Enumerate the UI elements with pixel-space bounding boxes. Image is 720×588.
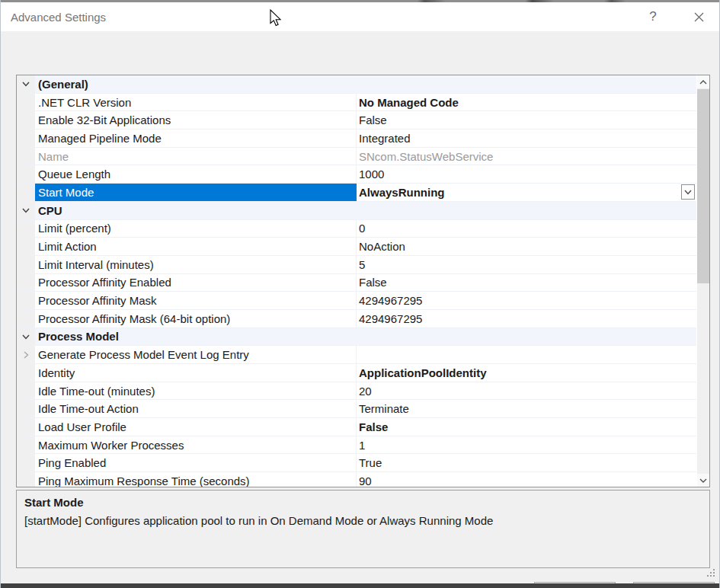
close-button[interactable] bbox=[681, 2, 716, 31]
row-gutter bbox=[17, 328, 35, 346]
row-gutter bbox=[17, 129, 35, 147]
property-value[interactable]: NoAction bbox=[357, 238, 696, 255]
property-label: Limit (percent) bbox=[35, 220, 357, 238]
chevron-right-icon bbox=[21, 350, 30, 360]
property-label: Identity bbox=[35, 364, 357, 382]
property-row[interactable]: Start ModeAlwaysRunning bbox=[17, 184, 696, 202]
property-label: Limit Action bbox=[35, 238, 357, 255]
property-row[interactable]: Ping Maximum Response Time (seconds)90 bbox=[17, 472, 696, 487]
scrollbar-thumb[interactable] bbox=[697, 89, 709, 283]
row-gutter bbox=[17, 418, 35, 436]
property-value[interactable] bbox=[357, 346, 696, 363]
property-value[interactable]: Integrated bbox=[357, 129, 696, 147]
chevron-down-icon bbox=[21, 206, 30, 215]
property-label: Maximum Worker Processes bbox=[35, 436, 357, 454]
row-gutter bbox=[17, 382, 35, 400]
property-value[interactable]: False bbox=[357, 111, 696, 129]
row-gutter bbox=[17, 220, 35, 238]
property-value[interactable]: SNcom.StatusWebService bbox=[357, 148, 696, 165]
description-panel: Start Mode [startMode] Configures applic… bbox=[16, 490, 710, 568]
help-icon: ? bbox=[649, 9, 656, 24]
row-gutter bbox=[17, 346, 35, 363]
property-label: Processor Affinity Enabled bbox=[35, 274, 357, 292]
property-row[interactable]: Limit (percent)0 bbox=[17, 220, 696, 238]
property-label: Queue Length bbox=[35, 165, 357, 183]
property-row[interactable]: Ping EnabledTrue bbox=[17, 454, 696, 472]
property-label: Idle Time-out (minutes) bbox=[35, 382, 357, 400]
property-row[interactable]: NameSNcom.StatusWebService bbox=[17, 148, 696, 166]
property-value[interactable]: True bbox=[357, 454, 696, 471]
property-row[interactable]: IdentityApplicationPoolIdentity bbox=[17, 364, 696, 382]
help-button[interactable]: ? bbox=[635, 2, 670, 31]
row-gutter bbox=[17, 184, 35, 201]
property-value[interactable]: 90 bbox=[357, 472, 696, 487]
row-gutter bbox=[17, 364, 35, 382]
section-row[interactable]: (General) bbox=[17, 75, 696, 94]
row-gutter bbox=[17, 436, 35, 454]
background-window-edge-bottom bbox=[1, 583, 719, 588]
property-value[interactable]: 0 bbox=[357, 220, 696, 238]
row-gutter bbox=[17, 454, 35, 471]
dialog-body: (General).NET CLR VersionNo Managed Code… bbox=[1, 31, 719, 583]
chevron-down-icon bbox=[21, 332, 30, 341]
property-row[interactable]: Generate Process Model Event Log Entry bbox=[17, 346, 696, 364]
row-gutter bbox=[17, 274, 35, 292]
property-value[interactable]: 4294967295 bbox=[357, 292, 696, 309]
row-gutter bbox=[17, 238, 35, 255]
chevron-up-icon bbox=[699, 79, 707, 85]
row-gutter bbox=[17, 94, 35, 111]
property-value[interactable]: 5 bbox=[357, 256, 696, 273]
property-label: Start Mode bbox=[35, 184, 357, 201]
title-bar[interactable]: Advanced Settings ? bbox=[1, 2, 719, 31]
resize-grip[interactable] bbox=[707, 569, 715, 577]
row-gutter bbox=[17, 202, 35, 219]
property-value[interactable]: Terminate bbox=[357, 400, 696, 417]
section-row[interactable]: CPU bbox=[17, 202, 696, 220]
property-row[interactable]: Idle Time-out ActionTerminate bbox=[17, 400, 696, 418]
property-label: Ping Enabled bbox=[35, 454, 357, 471]
property-row[interactable]: Limit Interval (minutes)5 bbox=[17, 256, 696, 274]
property-row[interactable]: Load User ProfileFalse bbox=[17, 418, 696, 436]
property-row[interactable]: Limit ActionNoAction bbox=[17, 238, 696, 256]
property-value[interactable]: False bbox=[357, 418, 696, 436]
property-label: Processor Affinity Mask bbox=[35, 292, 357, 309]
row-gutter bbox=[17, 292, 35, 309]
property-value[interactable]: ApplicationPoolIdentity bbox=[357, 364, 696, 382]
scroll-up-button[interactable] bbox=[697, 75, 709, 88]
property-label: Processor Affinity Mask (64-bit option) bbox=[35, 310, 357, 328]
section-label: CPU bbox=[35, 204, 62, 217]
dropdown-button[interactable] bbox=[681, 184, 695, 200]
property-row[interactable]: Processor Affinity Mask4294967295 bbox=[17, 292, 696, 310]
property-row[interactable]: Maximum Worker Processes1 bbox=[17, 436, 696, 455]
property-row[interactable]: Queue Length1000 bbox=[17, 165, 696, 184]
row-gutter bbox=[17, 148, 35, 165]
property-label: Enable 32-Bit Applications bbox=[35, 111, 357, 129]
row-gutter bbox=[17, 256, 35, 273]
property-value[interactable]: False bbox=[357, 274, 696, 292]
property-row[interactable]: Managed Pipeline ModeIntegrated bbox=[17, 129, 696, 148]
property-value[interactable]: 20 bbox=[357, 382, 696, 400]
property-row[interactable]: Idle Time-out (minutes)20 bbox=[17, 382, 696, 401]
dialog-title: Advanced Settings bbox=[11, 11, 106, 24]
property-value[interactable]: 4294967295 bbox=[357, 310, 696, 328]
property-label: Managed Pipeline Mode bbox=[35, 129, 357, 147]
property-row[interactable]: Processor Affinity EnabledFalse bbox=[17, 274, 696, 292]
property-value[interactable]: 1000 bbox=[357, 165, 696, 183]
property-row[interactable]: .NET CLR VersionNo Managed Code bbox=[17, 94, 696, 112]
section-row[interactable]: Process Model bbox=[17, 328, 696, 347]
property-label: Name bbox=[35, 148, 357, 165]
advanced-settings-dialog: Advanced Settings ? (General).NET CLR Ve… bbox=[0, 0, 720, 588]
property-row[interactable]: Processor Affinity Mask (64-bit option)4… bbox=[17, 310, 696, 328]
settings-grid: (General).NET CLR VersionNo Managed Code… bbox=[17, 75, 696, 487]
settings-grid-panel: (General).NET CLR VersionNo Managed Code… bbox=[16, 75, 710, 487]
scroll-down-button[interactable] bbox=[697, 474, 709, 487]
section-label: Process Model bbox=[35, 330, 119, 343]
vertical-scrollbar[interactable] bbox=[696, 75, 709, 487]
property-value[interactable]: 1 bbox=[357, 436, 696, 454]
section-label: (General) bbox=[35, 78, 88, 91]
property-value[interactable]: AlwaysRunning bbox=[357, 184, 696, 201]
row-gutter bbox=[17, 400, 35, 417]
property-row[interactable]: Enable 32-Bit ApplicationsFalse bbox=[17, 111, 696, 129]
property-value[interactable]: No Managed Code bbox=[357, 94, 696, 111]
property-label: Ping Maximum Response Time (seconds) bbox=[35, 472, 357, 487]
